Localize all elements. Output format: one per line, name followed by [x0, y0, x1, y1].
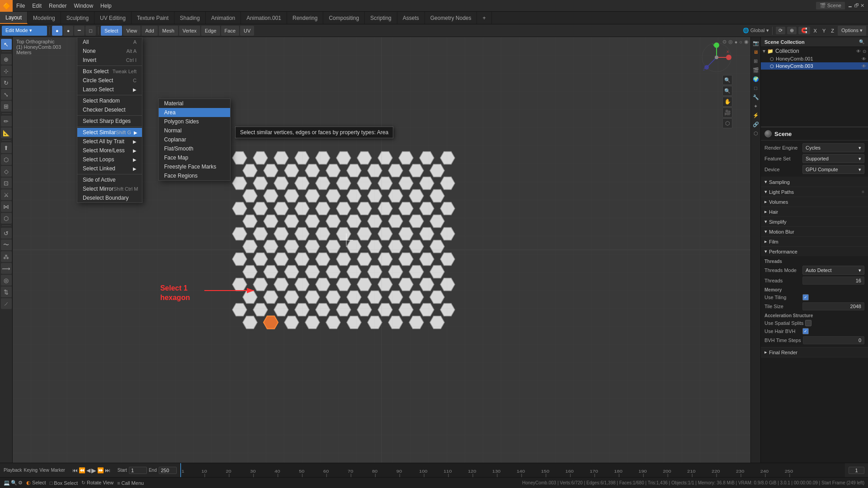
snapping[interactable]: 🧲 — [798, 27, 810, 34]
vertex-menu-btn[interactable]: Vertex — [179, 26, 200, 36]
prop-tab-view-layer[interactable]: ⊞ — [752, 57, 760, 65]
collection-item-2[interactable]: ⬡ HoneyComb.003 👁 — [761, 62, 868, 70]
prop-tab-particles[interactable]: ✦ — [752, 102, 760, 110]
similar-face-regions[interactable]: Face Regions — [159, 171, 230, 180]
tool-extrude[interactable]: ⬆ — [1, 142, 12, 153]
select-linked[interactable]: Select Linked ▶ — [77, 164, 142, 173]
navigation-gizmo[interactable]: X Y Z — [701, 42, 732, 73]
tab-uv-editing[interactable]: UV Editing — [94, 12, 132, 24]
tool-bevel[interactable]: ◇ — [1, 166, 12, 177]
mode-dropdown[interactable]: Edit Mode ▾ — [2, 26, 47, 36]
sampling-header[interactable]: ▾ Sampling — [761, 177, 868, 187]
tab-texture-paint[interactable]: Texture Paint — [132, 12, 175, 24]
outliner-filter[interactable]: 🔍 — [859, 39, 864, 44]
hair-header[interactable]: ▸ Hair — [761, 207, 868, 216]
select-none[interactable]: None Alt A — [77, 47, 142, 56]
tab-rendering[interactable]: Rendering — [287, 12, 323, 24]
menu-render[interactable]: Render — [45, 0, 70, 11]
use-tiling-checkbox[interactable] — [802, 294, 809, 300]
display-mode-edges[interactable]: ━ — [74, 26, 85, 36]
collection-item-1[interactable]: ⬡ HoneyComb.001 👁 — [761, 55, 868, 62]
add-menu-btn[interactable]: Add — [142, 26, 158, 36]
view-menu-btn[interactable]: View — [123, 26, 141, 36]
simplify-header[interactable]: ▾ Simplify — [761, 217, 868, 226]
side-of-active[interactable]: Side of Active — [77, 175, 142, 184]
tool-measure[interactable]: 📐 — [1, 127, 12, 138]
timeline-track[interactable]: 1 10 20 30 40 50 60 70 80 90 100 110 120 — [180, 463, 845, 477]
tool-shrink[interactable]: ◎ — [1, 275, 12, 286]
uv-menu-btn[interactable]: UV — [240, 26, 254, 36]
render-engine-dropdown[interactable]: Cycles ▾ — [802, 143, 864, 152]
prop-tab-object[interactable]: □ — [752, 84, 760, 92]
start-frame-input[interactable] — [129, 467, 147, 474]
select-all-by-trait[interactable]: Select All by Trait ▶ — [77, 137, 142, 146]
tool-bisect[interactable]: ⋈ — [1, 201, 12, 212]
motion-blur-header[interactable]: ▾ Motion Blur — [761, 227, 868, 236]
menu-help[interactable]: Help — [97, 0, 115, 11]
tile-size-value[interactable]: 2048 — [802, 302, 864, 310]
zoom-in[interactable]: 🔍 — [722, 75, 732, 85]
tool-push-pull[interactable]: ⇅ — [1, 286, 12, 297]
view-menu-timeline[interactable]: View — [39, 468, 49, 473]
collection-select-icon[interactable]: ⊙ — [863, 49, 866, 54]
end-frame-input[interactable] — [159, 467, 177, 474]
prop-tab-material[interactable]: ⬡ — [752, 129, 760, 137]
film-header[interactable]: ▸ Film — [761, 237, 868, 246]
camera-view[interactable]: 🎥 — [722, 108, 732, 117]
checker-deselect[interactable]: Checker Deselect — [77, 105, 142, 114]
similar-coplanar[interactable]: Coplanar — [159, 135, 230, 144]
tab-animation[interactable]: Animation — [206, 12, 241, 24]
jump-end[interactable]: ⏭ — [105, 467, 110, 474]
select-more-less[interactable]: Select More/Less ▶ — [77, 146, 142, 155]
prop-tab-physics[interactable]: ⚡ — [752, 111, 760, 119]
select-random[interactable]: Select Random — [77, 96, 142, 105]
light-paths-header[interactable]: ▾ Light Paths ≡ — [761, 187, 868, 197]
circle-select[interactable]: Circle Select C — [77, 76, 142, 85]
tool-poly-build[interactable]: ⬡ — [1, 213, 12, 224]
select-invert[interactable]: Invert Ctrl I — [77, 56, 142, 65]
tool-select[interactable]: ● — [52, 26, 62, 36]
similar-flat-smooth[interactable]: Flat/Smooth — [159, 144, 230, 153]
spatial-splits-checkbox[interactable] — [805, 320, 811, 326]
prop-tab-render[interactable]: 📷 — [752, 39, 760, 47]
select-loops[interactable]: Select Loops ▶ — [77, 155, 142, 164]
marker-menu[interactable]: Marker — [51, 468, 65, 473]
deselect-boundary[interactable]: Deselect Boundary — [77, 193, 142, 202]
similar-freestyle-marks[interactable]: Freestyle Face Marks — [159, 162, 230, 171]
shading-mode-material[interactable]: ○ — [739, 39, 742, 45]
final-render-header[interactable]: ▸ Final Render — [761, 347, 868, 357]
similar-area[interactable]: Area — [159, 108, 230, 117]
select-all[interactable]: All A — [77, 38, 142, 47]
menu-window[interactable]: Window — [70, 0, 97, 11]
play[interactable]: ▶ — [91, 467, 96, 474]
tool-knife[interactable]: ⚔ — [1, 189, 12, 200]
tab-compositing[interactable]: Compositing — [323, 12, 365, 24]
performance-header[interactable]: ▾ Performance — [761, 247, 868, 256]
prop-tab-constraints[interactable]: 🔗 — [752, 120, 760, 128]
display-mode-verts[interactable]: ● — [63, 26, 74, 36]
tool-smooth[interactable]: 〜 — [1, 239, 12, 250]
tool-move[interactable]: ⊹ — [1, 66, 12, 76]
proportional-edit[interactable]: ⊕ — [787, 27, 797, 34]
tool-randomize[interactable]: ⁂ — [1, 251, 12, 262]
tool-annotate[interactable]: ✏ — [1, 116, 12, 127]
transform-pivot[interactable]: ⟳ — [776, 27, 785, 34]
current-frame-input[interactable] — [849, 467, 864, 474]
similar-normal[interactable]: Normal — [159, 126, 230, 135]
select-menu-btn[interactable]: Select — [101, 26, 122, 36]
tool-select-btn[interactable]: ↖ — [1, 39, 12, 50]
tab-modeling[interactable]: Modeling — [28, 12, 61, 24]
tool-loop-cut[interactable]: ⊡ — [1, 178, 12, 188]
tool-inset[interactable]: ⬡ — [1, 154, 12, 165]
hair-bvh-checkbox[interactable] — [802, 328, 809, 334]
local-view[interactable]: ⬡ — [722, 118, 732, 128]
similar-polygon-sides[interactable]: Polygon Sides — [159, 117, 230, 126]
prop-tab-world[interactable]: 🌍 — [752, 75, 760, 83]
obj-vis-2[interactable]: 👁 — [862, 64, 866, 69]
play-reverse[interactable]: ◀ — [86, 467, 90, 474]
collection-visible-icon[interactable]: 👁 — [856, 49, 861, 54]
tab-animation-001[interactable]: Animation.001 — [241, 12, 287, 24]
tab-layout[interactable]: Layout — [0, 12, 28, 24]
tool-transform[interactable]: ⊞ — [1, 101, 12, 112]
playback-menu[interactable]: Playback — [4, 468, 22, 473]
